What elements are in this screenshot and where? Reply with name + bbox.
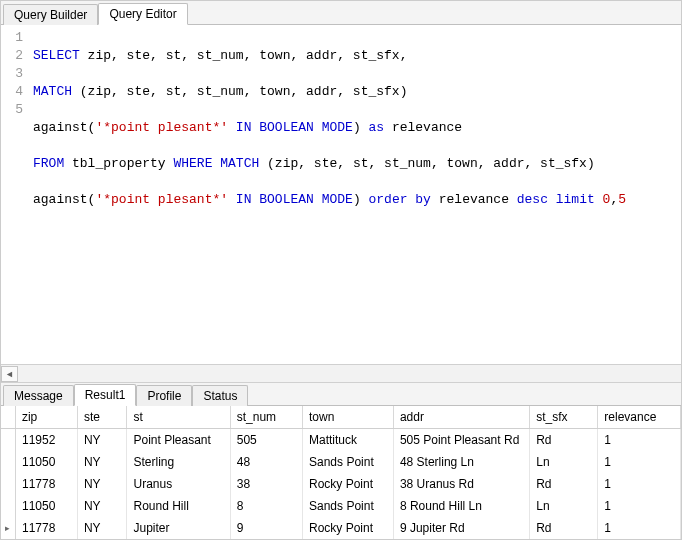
line-number: 3 <box>1 65 23 83</box>
table-row[interactable]: 11778NYUranus38Rocky Point38 Uranus RdRd… <box>1 473 681 495</box>
cell-ste[interactable]: NY <box>77 451 127 473</box>
cell-st_num[interactable]: 48 <box>230 451 302 473</box>
grid-header-row: zip ste st st_num town addr st_sfx relev… <box>1 406 681 429</box>
col-header-st-num[interactable]: st_num <box>230 406 302 429</box>
kw-limit: limit <box>548 192 603 207</box>
row-indicator <box>1 451 15 473</box>
cell-town[interactable]: Sands Point <box>303 495 394 517</box>
table-row[interactable]: 11050NYSterling48Sands Point48 Sterling … <box>1 451 681 473</box>
line-number: 4 <box>1 83 23 101</box>
line-number-gutter: 1 2 3 4 5 <box>1 25 29 364</box>
cell-st_num[interactable]: 9 <box>230 517 302 539</box>
row-indicator <box>1 495 15 517</box>
cell-st[interactable]: Round Hill <box>127 495 230 517</box>
col-header-relevance[interactable]: relevance <box>598 406 681 429</box>
row-indicator <box>1 473 15 495</box>
cell-st_sfx[interactable]: Ln <box>530 495 598 517</box>
cell-relevance[interactable]: 1 <box>598 451 681 473</box>
kw-desc: desc <box>517 192 548 207</box>
cell-town[interactable]: Rocky Point <box>303 517 394 539</box>
kw-from: FROM <box>33 156 64 171</box>
cell-ste[interactable]: NY <box>77 517 127 539</box>
cell-st_sfx[interactable]: Rd <box>530 517 598 539</box>
code-text: relevance <box>384 120 462 135</box>
code-text: (zip, ste, st, st_num, town, addr, st_sf… <box>259 156 594 171</box>
tab-query-editor[interactable]: Query Editor <box>98 3 187 25</box>
col-header-addr[interactable]: addr <box>393 406 529 429</box>
kw-boolean: BOOLEAN <box>259 120 314 135</box>
tab-message[interactable]: Message <box>3 385 74 406</box>
col-header-st-sfx[interactable]: st_sfx <box>530 406 598 429</box>
kw-mode: MODE <box>314 192 353 207</box>
cell-addr[interactable]: 38 Uranus Rd <box>393 473 529 495</box>
code-text: (zip, ste, st, st_num, town, addr, st_sf… <box>72 84 407 99</box>
code-text: tbl_property <box>64 156 173 171</box>
cell-st_num[interactable]: 38 <box>230 473 302 495</box>
tab-result1[interactable]: Result1 <box>74 384 137 406</box>
cell-st[interactable]: Jupiter <box>127 517 230 539</box>
code-text: ) <box>353 192 369 207</box>
cell-ste[interactable]: NY <box>77 429 127 452</box>
kw-boolean: BOOLEAN <box>259 192 314 207</box>
cell-town[interactable]: Mattituck <box>303 429 394 452</box>
results-tab-strip: Message Result1 Profile Status <box>1 382 681 406</box>
tab-profile[interactable]: Profile <box>136 385 192 406</box>
cell-addr[interactable]: 48 Sterling Ln <box>393 451 529 473</box>
cell-town[interactable]: Rocky Point <box>303 473 394 495</box>
code-text: ) <box>353 120 369 135</box>
cell-ste[interactable]: NY <box>77 495 127 517</box>
cell-relevance[interactable]: 1 <box>598 517 681 539</box>
cell-st_num[interactable]: 505 <box>230 429 302 452</box>
cell-st_num[interactable]: 8 <box>230 495 302 517</box>
cell-st_sfx[interactable]: Ln <box>530 451 598 473</box>
cell-st_sfx[interactable]: Rd <box>530 473 598 495</box>
results-grid[interactable]: zip ste st st_num town addr st_sfx relev… <box>1 406 681 539</box>
col-header-ste[interactable]: ste <box>77 406 127 429</box>
cell-zip[interactable]: 11050 <box>15 451 77 473</box>
number-literal: 5 <box>618 192 626 207</box>
col-header-st[interactable]: st <box>127 406 230 429</box>
kw-as: as <box>369 120 385 135</box>
kw-select: SELECT <box>33 48 80 63</box>
cell-addr[interactable]: 8 Round Hill Ln <box>393 495 529 517</box>
cell-relevance[interactable]: 1 <box>598 473 681 495</box>
kw-where: WHERE <box>173 156 212 171</box>
cell-st[interactable]: Uranus <box>127 473 230 495</box>
line-number: 5 <box>1 101 23 119</box>
string-literal: '*point plesant*' <box>95 120 228 135</box>
cell-st[interactable]: Sterling <box>127 451 230 473</box>
row-indicator <box>1 429 15 452</box>
table-row[interactable]: 11050NYRound Hill8Sands Point8 Round Hil… <box>1 495 681 517</box>
cell-relevance[interactable]: 1 <box>598 495 681 517</box>
sql-editor[interactable]: 1 2 3 4 5 SELECT zip, ste, st, st_num, t… <box>1 25 681 364</box>
cell-town[interactable]: Sands Point <box>303 451 394 473</box>
code-text: zip, ste, st, st_num, town, addr, st_sfx… <box>80 48 408 63</box>
cell-ste[interactable]: NY <box>77 473 127 495</box>
cell-addr[interactable]: 9 Jupiter Rd <box>393 517 529 539</box>
row-header-blank <box>1 406 15 429</box>
table-row[interactable]: ▸11778NYJupiter9Rocky Point9 Jupiter RdR… <box>1 517 681 539</box>
cell-zip[interactable]: 11050 <box>15 495 77 517</box>
cell-zip[interactable]: 11952 <box>15 429 77 452</box>
cell-zip[interactable]: 11778 <box>15 473 77 495</box>
sql-code-area[interactable]: SELECT zip, ste, st, st_num, town, addr,… <box>29 25 681 364</box>
kw-match: MATCH <box>212 156 259 171</box>
tab-status[interactable]: Status <box>192 385 248 406</box>
kw-in: IN <box>228 192 259 207</box>
cell-relevance[interactable]: 1 <box>598 429 681 452</box>
row-indicator: ▸ <box>1 517 15 539</box>
editor-horizontal-scrollbar[interactable]: ◄ <box>1 364 681 382</box>
kw-in: IN <box>228 120 259 135</box>
scroll-left-icon[interactable]: ◄ <box>1 366 18 382</box>
cell-st[interactable]: Point Pleasant <box>127 429 230 452</box>
tab-query-builder[interactable]: Query Builder <box>3 4 98 25</box>
code-text: relevance <box>431 192 517 207</box>
cell-zip[interactable]: 11778 <box>15 517 77 539</box>
cell-st_sfx[interactable]: Rd <box>530 429 598 452</box>
table-row[interactable]: 11952NYPoint Pleasant505Mattituck505 Poi… <box>1 429 681 452</box>
col-header-town[interactable]: town <box>303 406 394 429</box>
code-text: against( <box>33 192 95 207</box>
col-header-zip[interactable]: zip <box>15 406 77 429</box>
cell-addr[interactable]: 505 Point Pleasant Rd <box>393 429 529 452</box>
line-number: 2 <box>1 47 23 65</box>
